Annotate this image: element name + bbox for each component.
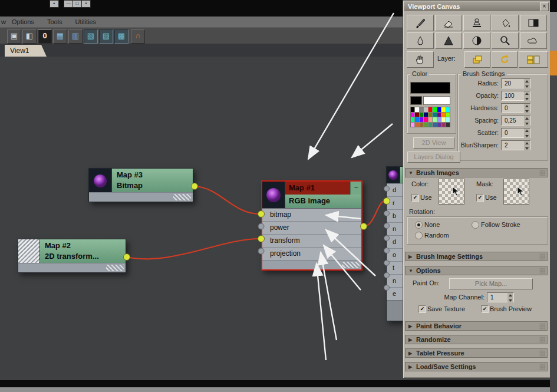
palette-swatch[interactable] — [424, 117, 427, 122]
palette-swatch[interactable] — [411, 113, 414, 117]
right-edge-orange-tool[interactable] — [550, 51, 557, 75]
rotation-random-radio[interactable] — [415, 232, 423, 239]
brush-preview-checkbox[interactable]: ✔ — [481, 305, 489, 313]
palette-swatch[interactable] — [411, 107, 414, 112]
palette-swatch[interactable] — [424, 107, 427, 112]
save-texture-checkbox[interactable]: ✔ — [418, 305, 426, 313]
layer-stack-button[interactable] — [519, 51, 548, 68]
palette-swatch[interactable] — [415, 123, 418, 127]
radius-spinner[interactable]: 20 — [501, 78, 530, 88]
blur-tool-button[interactable] — [407, 32, 434, 49]
resize-grip-icon[interactable] — [106, 265, 124, 271]
palette-swatch[interactable] — [437, 117, 441, 122]
palette-swatch[interactable] — [433, 123, 436, 127]
rollout-paint-behavior[interactable]: ▶ Paint Behavior ⣿⣿ — [405, 321, 548, 331]
node-map2[interactable]: Map #2 2D transform... — [18, 239, 126, 273]
brush-color-image-swatch[interactable] — [439, 179, 464, 205]
map-channel-spinner[interactable]: 1 — [487, 292, 514, 302]
spinner-arrows-icon[interactable] — [524, 129, 530, 139]
node-map3[interactable]: Map #3 Bitmap — [88, 168, 193, 202]
brush-tool-button[interactable] — [407, 15, 434, 31]
titlebar-maximize-button[interactable]: □ — [72, 0, 82, 8]
slot-transform[interactable]: transform — [262, 234, 361, 247]
node-frame-icon[interactable]: ◧ — [22, 29, 37, 44]
layout-right-icon[interactable]: ▨ — [99, 29, 113, 44]
spacing-spinner[interactable]: 0,25 — [501, 116, 530, 126]
palette-swatch[interactable] — [433, 107, 436, 112]
palette-swatch[interactable] — [411, 123, 414, 127]
node-map1[interactable]: Map #1 − RGB image bitmap power transfor… — [261, 180, 362, 271]
clone-stamp-tool-button[interactable] — [463, 15, 490, 31]
use-mask-checkbox[interactable]: ✔ — [476, 194, 484, 202]
palette-swatch[interactable] — [424, 113, 427, 117]
gradient-tool-button[interactable] — [520, 15, 547, 31]
palette-swatch[interactable] — [441, 123, 445, 127]
resize-grip-icon[interactable] — [342, 262, 360, 268]
hardness-spinner[interactable]: 0 — [501, 103, 530, 113]
resize-grip-icon[interactable] — [173, 194, 191, 200]
foreground-color-swatch[interactable] — [410, 96, 422, 105]
eraser-tool-button[interactable] — [435, 15, 462, 31]
use-color-checkbox[interactable]: ✔ — [411, 194, 419, 202]
spinner-arrows-icon[interactable] — [524, 91, 530, 101]
sharpen-tool-button[interactable] — [435, 32, 462, 49]
palette-swatch[interactable] — [424, 123, 427, 127]
opacity-spinner[interactable]: 100 — [501, 91, 530, 101]
slot-bitmap[interactable]: bitmap — [262, 208, 361, 221]
blur-sharpen-spinner[interactable]: 2 — [501, 140, 530, 150]
palette-swatch[interactable] — [420, 113, 423, 117]
rollout-brush-images[interactable]: ▼ Brush Images ⣿⣿ — [405, 168, 548, 177]
palette-swatch[interactable] — [441, 117, 445, 122]
rollout-options[interactable]: ▼ Options ⣿⣿ — [405, 266, 548, 275]
pan-tool-button[interactable] — [407, 51, 434, 68]
map2-footer[interactable] — [18, 263, 126, 272]
pick-map-button[interactable]: Pick Map... — [449, 278, 533, 289]
smudge-tool-button[interactable] — [520, 32, 547, 49]
zoom-tool-button[interactable] — [492, 32, 519, 49]
rotation-none-radio[interactable] — [415, 221, 423, 229]
scatter-spinner[interactable]: 0 — [501, 128, 530, 138]
2d-view-button[interactable]: 2D View — [413, 137, 454, 149]
palette-swatch[interactable] — [415, 117, 418, 122]
map1-footer[interactable] — [262, 260, 361, 269]
menu-item-options[interactable]: Options — [12, 18, 34, 25]
palette-swatch[interactable] — [429, 113, 432, 117]
palette-swatch[interactable] — [441, 113, 445, 117]
palette-swatch[interactable] — [420, 107, 423, 112]
spinner-arrows-icon[interactable] — [524, 104, 530, 114]
rollout-randomize[interactable]: ▶ Randomize ⣿⣿ — [405, 335, 548, 344]
menu-item-utilities[interactable]: Utilities — [75, 18, 96, 25]
palette-swatch[interactable] — [411, 117, 414, 122]
palette-swatch[interactable] — [429, 107, 432, 112]
spinner-arrows-icon[interactable] — [507, 293, 513, 303]
spinner-arrows-icon[interactable] — [524, 116, 530, 126]
palette-swatch[interactable] — [429, 123, 432, 127]
dodge-burn-tool-button[interactable] — [463, 32, 490, 49]
rotate-layer-button[interactable] — [492, 51, 518, 68]
slot-projection[interactable]: projection — [262, 247, 361, 260]
titlebar-minimize-button[interactable]: — — [64, 0, 73, 8]
layout-left-icon[interactable]: ▧ — [84, 29, 98, 44]
spinner-arrows-icon[interactable] — [524, 79, 530, 89]
magnet-icon[interactable]: ∩ — [131, 29, 145, 44]
primary-color-swatch[interactable] — [410, 82, 450, 94]
palette-swatch[interactable] — [437, 123, 441, 127]
rollout-tablet-pressure[interactable]: ▶ Tablet Pressure ⣿⣿ — [405, 348, 548, 358]
zero-badge-icon[interactable]: 0 — [38, 29, 52, 44]
palette-swatch[interactable] — [446, 113, 450, 117]
palette-swatch[interactable] — [437, 113, 441, 117]
palette-swatch[interactable] — [433, 117, 436, 122]
palette-swatch[interactable] — [433, 113, 436, 117]
rollout-brush-image-settings[interactable]: ▶ Brush Image Settings ⣿⣿ — [405, 252, 548, 261]
rollout-load-save-settings[interactable]: ▶ Load/Save Settings ⣿⣿ — [405, 362, 548, 371]
rotation-follow-stroke-radio[interactable] — [472, 221, 479, 229]
layers-dialog-button[interactable]: Layers Dialog — [407, 151, 460, 163]
menu-item-tools[interactable]: Tools — [47, 18, 62, 25]
palette-swatch[interactable] — [446, 107, 450, 112]
titlebar-button-1[interactable]: ▪ — [50, 0, 59, 8]
panel-title[interactable]: Viewport Canvas — [404, 2, 549, 11]
tab-view1[interactable]: View1 — [5, 45, 47, 57]
brush-mask-image-swatch[interactable] — [503, 179, 529, 205]
palette-swatch[interactable] — [441, 107, 445, 112]
right-edge-scroll[interactable] — [550, 12, 557, 51]
